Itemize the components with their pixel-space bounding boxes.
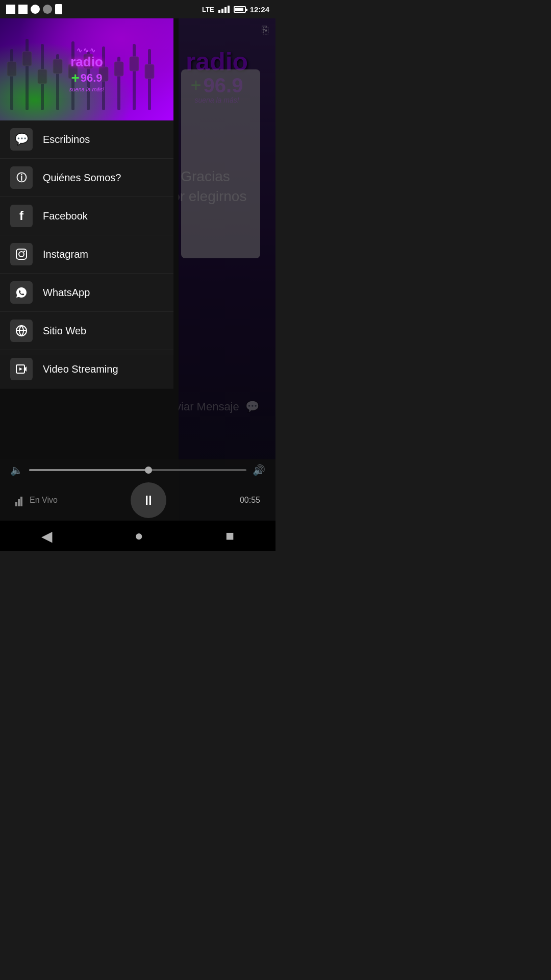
- svg-rect-20: [16, 249, 27, 259]
- web-icon: [10, 320, 33, 342]
- svg-point-21: [19, 252, 24, 257]
- recents-button[interactable]: ■: [226, 528, 234, 544]
- drawer-menu: 💬 Escribinos ⓘ Quiénes Somos? f Facebook…: [0, 120, 173, 388]
- svg-rect-19: [145, 64, 154, 79]
- volume-low-icon: 🔈: [10, 464, 23, 476]
- whatsapp-icon: [10, 281, 33, 304]
- gray-panel: [181, 69, 260, 258]
- svg-rect-13: [53, 59, 62, 74]
- pause-button[interactable]: ⏸: [131, 482, 166, 518]
- status-icon-3: [31, 5, 40, 14]
- status-bar: LTE 12:24: [0, 0, 276, 18]
- clock: 12:24: [250, 5, 269, 14]
- logo-plus-sign: +: [71, 70, 79, 86]
- drawer-header: ∿∿∿ radio + 96.9 suena la más!: [0, 18, 173, 120]
- svg-rect-10: [7, 62, 16, 76]
- menu-item-videostreaming[interactable]: Video Streaming: [0, 350, 173, 388]
- status-icon-1: [6, 5, 15, 14]
- sitioweb-label: Sitio Web: [43, 325, 86, 337]
- logo-slogan: suena la más!: [69, 86, 104, 92]
- svg-rect-30: [20, 497, 22, 506]
- facebook-icon: f: [10, 205, 33, 227]
- svg-rect-9: [148, 49, 151, 110]
- svg-point-22: [23, 251, 25, 252]
- status-icons: [6, 4, 62, 14]
- player-controls: En Vivo ⏸ 00:55: [0, 480, 276, 520]
- volume-high-icon: 🔊: [253, 464, 265, 476]
- instagram-label: Instagram: [43, 249, 88, 260]
- facebook-label: Facebook: [43, 210, 88, 222]
- navigation-drawer: ∿∿∿ radio + 96.9 suena la más! 💬 Escribi…: [0, 18, 173, 355]
- menu-item-whatsapp[interactable]: WhatsApp: [0, 274, 173, 312]
- logo-waveform: ∿∿∿: [69, 46, 104, 54]
- svg-marker-27: [19, 368, 22, 371]
- en-vivo-label: En Vivo: [30, 496, 58, 505]
- svg-rect-12: [38, 69, 47, 84]
- player-area: 🔈 🔊 En Vivo ⏸ 00:55: [0, 459, 276, 521]
- menu-item-escribinos[interactable]: 💬 Escribinos: [0, 120, 173, 159]
- back-button[interactable]: ◀: [41, 528, 53, 545]
- videostreaming-label: Video Streaming: [43, 363, 118, 375]
- escribinos-label: Escribinos: [43, 134, 90, 145]
- info-icon: ⓘ: [10, 166, 33, 189]
- home-button[interactable]: ●: [135, 528, 143, 544]
- status-icon-2: [18, 5, 28, 14]
- logo-radio-text: radio: [69, 54, 104, 70]
- navigation-bar: ◀ ● ■: [0, 521, 276, 551]
- drawer-header-logo: ∿∿∿ radio + 96.9 suena la más!: [69, 46, 104, 92]
- svg-rect-1: [26, 39, 29, 110]
- quienes-label: Quiénes Somos?: [43, 172, 121, 184]
- logo-frequency: 96.9: [81, 71, 103, 85]
- video-icon: [10, 358, 33, 380]
- svg-rect-17: [114, 62, 123, 76]
- volume-thumb[interactable]: [145, 467, 152, 474]
- svg-rect-0: [10, 49, 13, 110]
- svg-rect-29: [18, 499, 20, 506]
- volume-control: 🔈 🔊: [0, 460, 276, 480]
- menu-item-sitioweb[interactable]: Sitio Web: [0, 312, 173, 350]
- status-icon-4: [43, 5, 52, 14]
- menu-item-instagram[interactable]: Instagram: [0, 235, 173, 274]
- status-icon-5: [55, 4, 62, 14]
- whatsapp-label: WhatsApp: [43, 287, 90, 299]
- battery-icon: [234, 6, 246, 13]
- signal-bars-player: [15, 494, 26, 506]
- instagram-icon: [10, 243, 33, 265]
- svg-rect-11: [22, 52, 32, 66]
- playback-time: 00:55: [240, 496, 260, 505]
- volume-fill: [29, 469, 148, 471]
- status-right: LTE 12:24: [202, 5, 269, 14]
- menu-item-facebook[interactable]: f Facebook: [0, 197, 173, 235]
- svg-rect-18: [130, 57, 139, 71]
- menu-item-quienes[interactable]: ⓘ Quiénes Somos?: [0, 159, 173, 197]
- chat-icon: 💬: [10, 128, 33, 151]
- volume-track[interactable]: [29, 469, 246, 471]
- signal-bars: [218, 6, 230, 13]
- svg-rect-28: [15, 502, 17, 506]
- network-indicator: LTE: [202, 6, 214, 13]
- svg-rect-8: [133, 44, 136, 110]
